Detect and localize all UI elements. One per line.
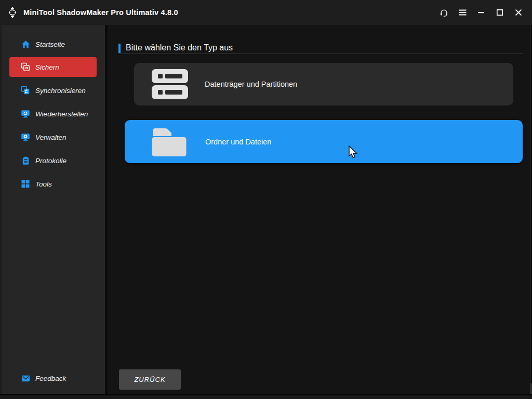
close-icon[interactable]: [509, 0, 528, 25]
home-icon: [21, 39, 30, 49]
mail-icon: [21, 374, 30, 383]
sidebar-item-label: Synchronisieren: [35, 87, 86, 95]
page-title: Bitte wählen Sie den Typ aus: [126, 43, 233, 52]
option-folders-files[interactable]: Ordner und Dateien: [125, 120, 523, 163]
sidebar-item-protokolle[interactable]: Protokolle: [9, 151, 97, 170]
sidebar-item-label: Sichern: [35, 63, 59, 71]
support-headset-icon[interactable]: [434, 0, 453, 25]
logs-icon: [21, 156, 30, 165]
sidebar-item-label: Tools: [35, 180, 52, 188]
option-label: Ordner und Dateien: [205, 138, 271, 146]
option-label: Datenträger und Partitionen: [205, 80, 297, 88]
back-button[interactable]: ZURÜCK: [119, 369, 181, 390]
titlebar-buttons: [434, 0, 532, 25]
titlebar: MiniTool ShadowMaker Pro Ultimativ 4.8.0: [0, 0, 532, 25]
backup-icon: [21, 62, 30, 72]
disk-icon: [152, 69, 188, 99]
option-disks-partitions[interactable]: Datenträger und Partitionen: [134, 63, 513, 105]
sidebar-item-verwalten[interactable]: Verwalten: [9, 127, 97, 147]
sidebar-item-label: Startseite: [35, 41, 65, 48]
sidebar-item-tools[interactable]: Tools: [9, 174, 97, 194]
sidebar-item-synchronisieren[interactable]: Synchronisieren: [9, 81, 97, 100]
sidebar-item-label: Wiederherstellen: [35, 110, 88, 118]
sidebar-item-wiederherstellen[interactable]: Wiederherstellen: [9, 104, 97, 124]
mouse-cursor: [349, 145, 360, 162]
minitool-logo: [6, 6, 19, 19]
sidebar-item-label: Verwalten: [35, 134, 66, 141]
sidebar-item-sichern[interactable]: Sichern: [9, 57, 97, 77]
heading-divider: [118, 54, 523, 54]
manage-icon: [21, 132, 30, 142]
restore-icon: [21, 109, 30, 118]
heading-accent-bar: [118, 44, 121, 53]
sidebar-item-feedback[interactable]: Feedback: [9, 368, 97, 388]
sidebar-item-label: Feedback: [35, 375, 66, 382]
minimize-icon[interactable]: [472, 0, 490, 25]
sidebar-item-startseite[interactable]: Startseite: [9, 34, 97, 54]
menu-icon[interactable]: [453, 0, 472, 25]
maximize-icon[interactable]: [490, 0, 509, 25]
scrollbar-track[interactable]: [530, 25, 532, 399]
tools-icon: [21, 179, 30, 189]
window-title: MiniTool ShadowMaker Pro Ultimativ 4.8.0: [23, 8, 178, 17]
folder-icon: [152, 126, 187, 158]
sync-icon: [21, 86, 30, 95]
window-bottom-border: [0, 394, 532, 399]
sidebar-item-label: Protokolle: [35, 157, 66, 165]
